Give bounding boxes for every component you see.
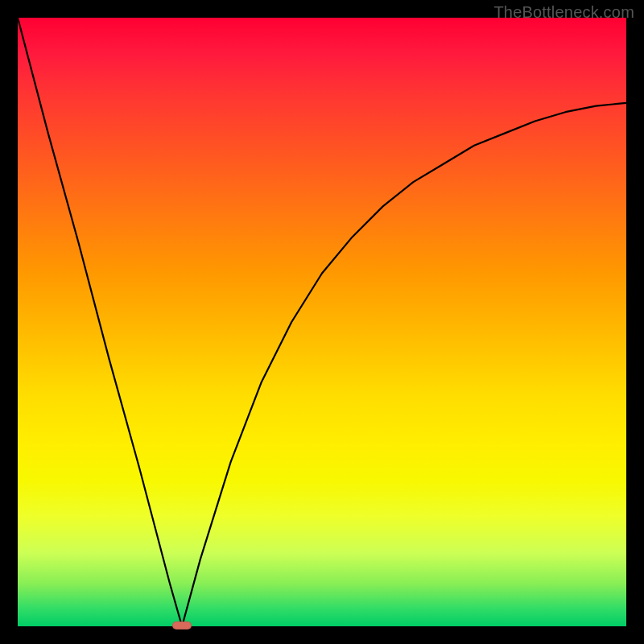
cusp-marker: [172, 621, 192, 630]
curve-path: [18, 18, 626, 626]
watermark-text: TheBottleneck.com: [493, 3, 634, 22]
bottleneck-curve: [18, 18, 626, 626]
chart-frame: TheBottleneck.com: [0, 0, 644, 644]
plot-area: [18, 18, 626, 626]
